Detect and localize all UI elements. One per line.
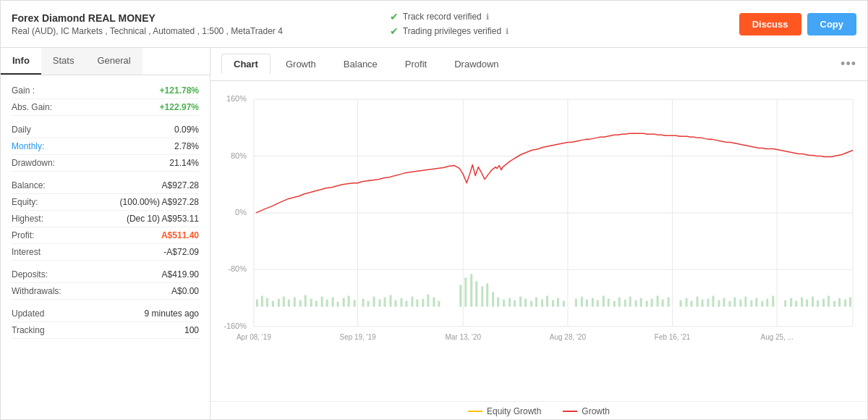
info-icon-2[interactable]: ℹ xyxy=(506,27,509,36)
svg-text:Aug 25, ...: Aug 25, ... xyxy=(761,333,793,341)
gain-value: +121.78% xyxy=(160,85,199,96)
svg-rect-94 xyxy=(662,300,664,307)
chart-tab-profit[interactable]: Profit xyxy=(393,54,439,75)
equity-value: (100.00%) A$927.28 xyxy=(120,197,199,207)
svg-rect-92 xyxy=(651,299,653,307)
svg-rect-79 xyxy=(581,297,583,307)
svg-rect-74 xyxy=(546,296,548,307)
svg-rect-99 xyxy=(697,297,699,307)
svg-rect-101 xyxy=(707,299,709,307)
trading-privileges-verified: ✔ Trading privileges verified ℹ xyxy=(390,25,739,37)
svg-rect-26 xyxy=(266,298,268,307)
svg-rect-40 xyxy=(343,298,345,307)
chart-more-button[interactable]: ••• xyxy=(841,56,856,72)
svg-text:Aug 28, '20: Aug 28, '20 xyxy=(550,333,587,341)
svg-rect-68 xyxy=(514,301,516,307)
legend-growth-label: Growth xyxy=(582,406,610,416)
svg-rect-87 xyxy=(624,300,626,307)
svg-rect-47 xyxy=(383,298,386,307)
svg-rect-114 xyxy=(784,301,786,307)
svg-rect-55 xyxy=(427,295,429,307)
balance-label: Balance: xyxy=(12,180,46,190)
tab-general[interactable]: General xyxy=(85,48,142,75)
svg-rect-60 xyxy=(470,274,472,306)
abs-gain-label: Abs. Gain: xyxy=(12,102,52,112)
legend-equity: Equity Growth xyxy=(468,406,541,416)
highest-value: (Dec 10) A$953.11 xyxy=(127,214,199,224)
svg-rect-52 xyxy=(411,297,413,307)
header-left: Forex Diamond REAL MONEY Real (AUD), IC … xyxy=(12,12,361,36)
interest-value: -A$72.09 xyxy=(163,247,199,257)
svg-rect-75 xyxy=(552,301,554,307)
svg-rect-51 xyxy=(405,301,407,307)
svg-rect-38 xyxy=(332,298,334,307)
tab-stats[interactable]: Stats xyxy=(41,48,86,75)
svg-rect-37 xyxy=(326,300,328,307)
profit-label: Profit: xyxy=(12,230,34,240)
abs-gain-value: +122.97% xyxy=(160,102,199,112)
daily-label: Daily xyxy=(12,125,31,135)
legend-line-growth xyxy=(563,411,577,412)
svg-rect-0 xyxy=(221,88,856,372)
svg-rect-31 xyxy=(294,298,296,307)
interest-label: Interest xyxy=(12,247,41,257)
svg-rect-122 xyxy=(827,296,830,307)
equity-label: Equity: xyxy=(12,197,38,207)
svg-rect-56 xyxy=(433,298,435,307)
svg-rect-35 xyxy=(315,301,318,307)
svg-rect-97 xyxy=(686,298,688,307)
verified-text-2: Trading privileges verified xyxy=(403,26,501,36)
svg-rect-106 xyxy=(733,298,736,307)
chart-tab-growth[interactable]: Growth xyxy=(273,54,328,75)
svg-rect-115 xyxy=(790,298,792,307)
svg-rect-36 xyxy=(321,297,323,307)
svg-rect-30 xyxy=(288,300,290,307)
stat-abs-gain: Abs. Gain: +122.97% xyxy=(12,99,199,116)
svg-rect-112 xyxy=(766,299,768,307)
svg-text:Sep 19, '19: Sep 19, '19 xyxy=(340,333,377,341)
svg-rect-45 xyxy=(373,297,375,307)
chart-tab-chart[interactable]: Chart xyxy=(221,54,271,75)
svg-rect-83 xyxy=(603,296,605,307)
svg-rect-105 xyxy=(728,301,731,307)
svg-rect-70 xyxy=(524,299,527,307)
sidebar-info-content: Gain : +121.78% Abs. Gain: +122.97% Dail… xyxy=(1,75,210,419)
svg-rect-28 xyxy=(278,299,280,307)
updated-label: Updated xyxy=(12,308,44,319)
svg-rect-50 xyxy=(400,298,402,307)
svg-rect-53 xyxy=(416,300,418,307)
svg-rect-43 xyxy=(362,299,365,307)
chart-area: Chart Growth Balance Profit Drawdown ••• xyxy=(210,48,867,419)
svg-rect-41 xyxy=(348,296,350,307)
svg-rect-72 xyxy=(535,298,537,307)
svg-rect-119 xyxy=(812,297,814,307)
chart-tab-balance[interactable]: Balance xyxy=(331,54,390,75)
svg-rect-29 xyxy=(283,297,285,307)
check-icon-1: ✔ xyxy=(390,11,399,22)
svg-rect-117 xyxy=(801,298,803,307)
stat-withdrawals: Withdrawals: A$0.00 xyxy=(12,283,199,300)
svg-rect-111 xyxy=(761,301,763,307)
balance-value: A$927.28 xyxy=(162,180,199,190)
monthly-label[interactable]: Monthly: xyxy=(12,141,44,151)
verified-text-1: Track record verified xyxy=(403,12,482,22)
info-icon-1[interactable]: ℹ xyxy=(486,12,489,22)
stat-gain: Gain : +121.78% xyxy=(12,83,199,99)
svg-text:Mar 13, '20: Mar 13, '20 xyxy=(445,333,481,341)
tab-info[interactable]: Info xyxy=(1,48,41,75)
stat-daily: Daily 0.09% xyxy=(12,122,199,138)
svg-rect-25 xyxy=(261,296,263,307)
legend-line-equity xyxy=(468,411,482,412)
chart-tab-drawdown[interactable]: Drawdown xyxy=(442,54,511,75)
svg-rect-109 xyxy=(750,301,752,307)
gain-label: Gain : xyxy=(12,85,35,96)
copy-button[interactable]: Copy xyxy=(807,13,857,35)
stat-deposits: Deposits: A$419.90 xyxy=(12,266,199,283)
header-verified: ✔ Track record verified ℹ ✔ Trading priv… xyxy=(361,11,739,37)
svg-text:160%: 160% xyxy=(226,94,247,103)
svg-text:80%: 80% xyxy=(231,151,247,159)
svg-rect-49 xyxy=(394,301,396,307)
sidebar: Info Stats General Gain : +121.78% Abs. … xyxy=(1,48,210,419)
svg-rect-58 xyxy=(459,285,461,306)
discuss-button[interactable]: Discuss xyxy=(739,13,801,35)
